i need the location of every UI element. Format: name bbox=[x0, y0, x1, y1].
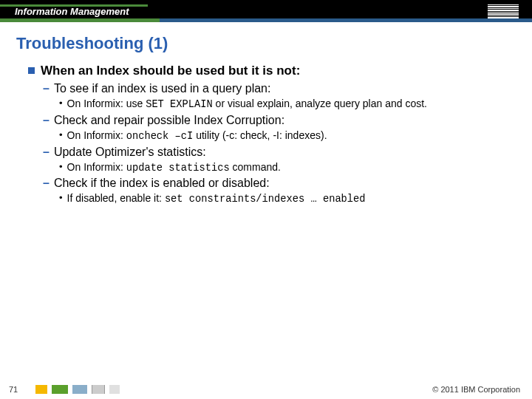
copyright-text: © 2011 IBM Corporation bbox=[432, 385, 520, 394]
l2-text: Check and repair possible Index Corrupti… bbox=[54, 113, 284, 128]
dash-bullet-icon: – bbox=[43, 81, 50, 95]
bullet-level-3: • If disabled, enable it: set constraint… bbox=[59, 191, 513, 206]
l3-post: utility (-c: check, -I: indexes). bbox=[193, 129, 327, 141]
header-accent-stripe bbox=[0, 18, 532, 22]
l3-post: command. bbox=[230, 161, 281, 173]
l2-text: Update Optimizer's statistics: bbox=[54, 145, 206, 160]
footer-deco-icon bbox=[52, 385, 68, 394]
bullet-level-2: – Check and repair possible Index Corrup… bbox=[43, 113, 513, 128]
l3-pre: If disabled, enable it: bbox=[67, 192, 165, 204]
footer: 71 © 2011 IBM Corporation bbox=[0, 380, 532, 399]
footer-deco-icon bbox=[35, 385, 47, 394]
l2-text: Check if the index is enabled or disable… bbox=[54, 176, 270, 191]
dot-bullet-icon: • bbox=[59, 191, 63, 205]
l3-pre: On Informix: bbox=[67, 129, 126, 141]
footer-deco-icon bbox=[92, 385, 105, 394]
l3-text: If disabled, enable it: set constraints/… bbox=[67, 191, 366, 206]
l3-code: SET EXPLAIN bbox=[146, 99, 213, 110]
page-number: 71 bbox=[9, 385, 18, 394]
dot-bullet-icon: • bbox=[59, 160, 63, 174]
l1-text: When an Index should be used but it is n… bbox=[41, 64, 300, 78]
l3-text: On Informix: update statistics command. bbox=[67, 160, 281, 175]
dash-bullet-icon: – bbox=[43, 145, 50, 159]
l3-code: update statistics bbox=[126, 163, 230, 174]
dot-bullet-icon: • bbox=[59, 129, 63, 142]
bullet-level-2: – Check if the index is enabled or disab… bbox=[43, 176, 513, 191]
header-bar: Information Management bbox=[0, 0, 532, 22]
footer-deco-icon bbox=[72, 385, 87, 394]
l3-pre: On Informix: use bbox=[67, 98, 146, 109]
l3-pre: On Informix: bbox=[67, 161, 126, 173]
bullet-level-3: • On Informix: update statistics command… bbox=[59, 160, 513, 175]
l3-text: On Informix: oncheck –cI utility (-c: ch… bbox=[67, 129, 327, 143]
bullet-level-3: • On Informix: oncheck –cI utility (-c: … bbox=[59, 129, 513, 143]
ibm-logo-icon bbox=[488, 4, 519, 18]
bullet-level-2: – To see if an index is used in a query … bbox=[43, 81, 513, 96]
header-brand: Information Management bbox=[15, 6, 129, 17]
footer-deco-icon bbox=[109, 385, 120, 394]
dot-bullet-icon: • bbox=[59, 97, 63, 110]
l3-post: or visual explain, analyze query plan an… bbox=[213, 98, 427, 109]
dash-bullet-icon: – bbox=[43, 113, 50, 127]
bullet-level-3: • On Informix: use SET EXPLAIN or visual… bbox=[59, 97, 513, 112]
slide-content: When an Index should be used but it is n… bbox=[28, 64, 513, 206]
l3-text: On Informix: use SET EXPLAIN or visual e… bbox=[67, 97, 427, 112]
footer-left: 71 bbox=[0, 385, 120, 394]
bullet-level-1: When an Index should be used but it is n… bbox=[28, 64, 513, 78]
l3-code: set constraints/indexes … enabled bbox=[165, 194, 366, 205]
dash-bullet-icon: – bbox=[43, 176, 50, 190]
bullet-level-2: – Update Optimizer's statistics: bbox=[43, 145, 513, 160]
l3-code: oncheck –cI bbox=[126, 131, 194, 142]
slide-title: Troubleshooting (1) bbox=[16, 34, 532, 53]
l2-text: To see if an index is used in a query pl… bbox=[54, 81, 271, 96]
square-bullet-icon bbox=[28, 67, 35, 74]
header-accent-green bbox=[0, 4, 148, 7]
